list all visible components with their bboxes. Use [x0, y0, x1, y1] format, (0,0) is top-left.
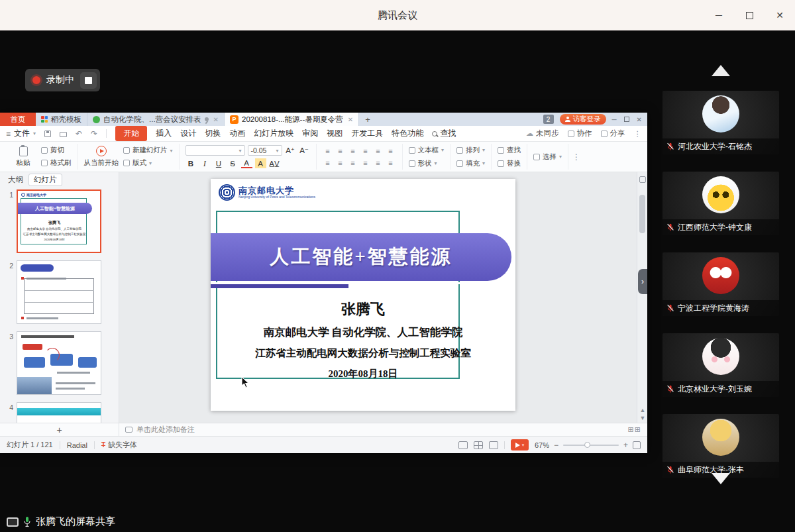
find-button[interactable]: 查找: [498, 146, 521, 155]
tab-wps-home[interactable]: 首页: [0, 113, 36, 126]
stop-recording-button[interactable]: [80, 72, 97, 89]
layout-button[interactable]: 版式▾: [123, 158, 173, 168]
align-left-icon[interactable]: ≡: [323, 158, 333, 168]
align-right-icon[interactable]: ≡: [348, 158, 358, 168]
save-icon[interactable]: [44, 131, 51, 137]
menu-tab-slideshow[interactable]: 幻灯片放映: [254, 128, 293, 139]
menu-tab-design[interactable]: 设计: [180, 128, 196, 139]
zoom-in-icon[interactable]: +: [623, 441, 628, 450]
select-button[interactable]: 选择▾: [533, 152, 562, 162]
columns-icon[interactable]: ≡: [373, 158, 384, 168]
fill-button[interactable]: 填充▾: [456, 159, 485, 168]
file-menu[interactable]: ≡ 文件 ▾: [6, 128, 36, 139]
format-painter-button[interactable]: 格式刷: [41, 158, 72, 168]
notes-bar[interactable]: 单击此处添加备注 ⊞⊞: [119, 423, 647, 436]
toolbar-overflow-icon[interactable]: ⋮: [568, 144, 584, 170]
italic-button[interactable]: I: [199, 158, 211, 168]
share-button[interactable]: 分享: [601, 129, 625, 138]
zoom-slider-knob[interactable]: [584, 442, 590, 448]
missing-font-warning[interactable]: T 缺失字体: [101, 440, 137, 450]
print-icon[interactable]: [60, 131, 67, 137]
wps-close-button[interactable]: ✕: [637, 116, 642, 123]
guest-login-button[interactable]: 访客登录: [560, 114, 606, 125]
numbering-icon[interactable]: ≡: [335, 146, 346, 156]
scroll-up-icon[interactable]: ▲: [637, 407, 647, 413]
tab-doc-schedule[interactable]: 自动化学院、...营会议安排表 ✕: [87, 113, 225, 126]
add-slide-plus-button[interactable]: +: [0, 423, 119, 436]
participants-scroll-up-icon[interactable]: [712, 65, 730, 76]
indent-decrease-icon[interactable]: ≡: [348, 146, 358, 156]
redo-icon[interactable]: ↷: [91, 129, 97, 138]
slide-thumbnail-3[interactable]: [17, 331, 101, 395]
participant-card[interactable]: 河北农业大学-石铭杰: [662, 91, 779, 154]
vertical-scrollbar[interactable]: [639, 195, 645, 233]
menu-tab-view[interactable]: 视图: [327, 128, 343, 139]
menu-tab-devtools[interactable]: 开发工具: [351, 128, 383, 139]
underline-button[interactable]: U: [213, 158, 225, 168]
participant-card[interactable]: 北京林业大学-刘玉婉: [662, 333, 779, 397]
paste-button[interactable]: 粘贴: [10, 146, 36, 168]
close-tab-icon[interactable]: ✕: [213, 116, 219, 123]
play-slideshow-button[interactable]: ▾: [511, 439, 529, 451]
arrange-button[interactable]: 排列▾: [456, 146, 485, 155]
slide-thumbnail-4[interactable]: [17, 402, 101, 423]
sidebar-tool-icon[interactable]: [639, 176, 646, 183]
align-objects-icon[interactable]: ≡: [386, 158, 396, 168]
slide-thumbnail-2[interactable]: [17, 260, 101, 324]
menu-tab-home[interactable]: 开始: [115, 126, 147, 141]
participant-card[interactable]: 江西师范大学-钟文康: [662, 172, 779, 235]
font-family-select[interactable]: ▾: [186, 145, 245, 156]
new-tab-button[interactable]: +: [359, 113, 376, 126]
wps-minimize-button[interactable]: ─: [612, 116, 617, 123]
window-count-badge[interactable]: 2: [543, 115, 554, 124]
zoom-out-icon[interactable]: −: [554, 441, 558, 450]
current-slide[interactable]: 南京邮电大学 Nanjing University of Posts and T…: [211, 179, 515, 411]
new-slide-button[interactable]: 新建幻灯片▾: [123, 146, 173, 155]
find-menu[interactable]: 查找: [432, 128, 456, 139]
collaborate-button[interactable]: 协作: [568, 129, 592, 138]
font-color-button[interactable]: A: [241, 158, 252, 168]
thumbnail-list[interactable]: 1 南京邮电大学 人工智能+智慧能源 张腾飞 南京邮电大学 自动化学院、人工智能…: [0, 187, 119, 423]
participants-scroll-down-icon[interactable]: [712, 473, 730, 484]
participant-card[interactable]: 曲阜师范大学-张丰: [662, 414, 779, 478]
tab-outline[interactable]: 大纲: [8, 175, 23, 185]
menu-tab-review[interactable]: 审阅: [302, 128, 318, 139]
justify-icon[interactable]: ≡: [360, 158, 371, 168]
participant-card[interactable]: 宁波工程学院黄海涛: [662, 252, 779, 316]
close-button[interactable]: ✕: [765, 0, 795, 30]
indent-increase-icon[interactable]: ≡: [360, 146, 371, 156]
line-spacing-icon[interactable]: ≡: [373, 146, 384, 156]
tab-slides[interactable]: 幻灯片: [28, 174, 62, 186]
strikethrough-button[interactable]: S: [227, 158, 238, 168]
keyboard-grid-icon[interactable]: ⊞⊞: [628, 425, 641, 434]
minimize-button[interactable]: ─: [704, 0, 734, 30]
decrease-font-icon[interactable]: A⁻: [299, 146, 310, 156]
pin-icon[interactable]: [205, 117, 209, 121]
text-box-button[interactable]: 文本框▾: [409, 146, 445, 155]
menu-tab-animation[interactable]: 动画: [229, 128, 245, 139]
play-from-current-button[interactable]: 从当前开始: [84, 146, 119, 168]
shape-button[interactable]: 形状▾: [409, 159, 445, 168]
normal-view-icon[interactable]: [458, 441, 468, 449]
text-direction-icon[interactable]: ≡: [386, 146, 396, 156]
menu-tab-features[interactable]: 特色功能: [392, 128, 423, 139]
tab-doc-presentation[interactable]: P 20200818-...能源--暑期夏令营 ✕: [225, 113, 359, 126]
menu-tab-insert[interactable]: 插入: [156, 128, 172, 139]
character-spacing-button[interactable]: A̲V̲: [269, 158, 280, 168]
cut-button[interactable]: 剪切: [41, 146, 72, 155]
bullets-icon[interactable]: ≡: [323, 146, 333, 156]
replace-button[interactable]: 替换: [498, 159, 521, 168]
close-tab-icon[interactable]: ✕: [348, 116, 353, 123]
slide-sorter-view-icon[interactable]: [474, 441, 483, 449]
more-menu-icon[interactable]: ⋮: [634, 129, 642, 138]
increase-font-icon[interactable]: A⁺: [285, 146, 296, 156]
font-size-select[interactable]: -0.05▾: [248, 145, 282, 156]
reading-view-icon[interactable]: [489, 441, 498, 449]
panel-expand-chevron[interactable]: ›: [638, 269, 647, 294]
slide-canvas-area[interactable]: 南京邮电大学 Nanjing University of Posts and T…: [119, 172, 647, 423]
sync-status[interactable]: ☁ 未同步: [526, 129, 559, 138]
menu-tab-transition[interactable]: 切换: [205, 128, 221, 139]
zoom-slider[interactable]: [563, 445, 619, 446]
tab-templates[interactable]: 稻壳模板: [36, 113, 87, 126]
scroll-down-icon[interactable]: ▼: [637, 415, 647, 421]
